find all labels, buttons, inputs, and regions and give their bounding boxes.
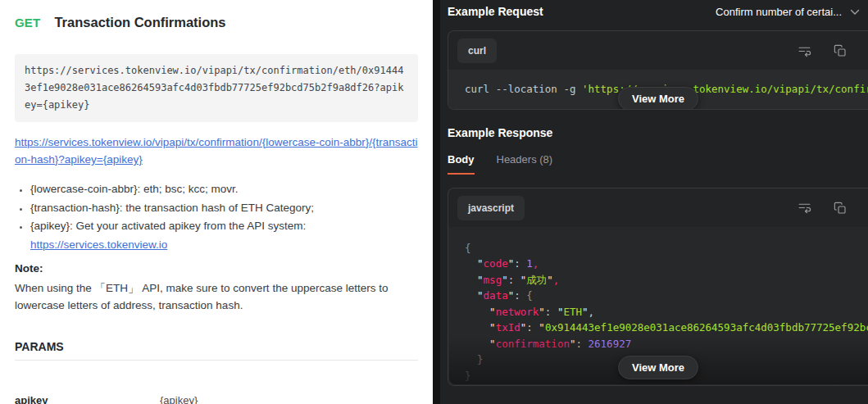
response-tabs: BodyHeaders (8)	[448, 153, 868, 175]
list-item: {transaction-hash}: the transaction hash…	[30, 199, 418, 218]
request-code-header: curl	[448, 31, 868, 70]
list-item: {apikey}: Get your activated apikey from…	[30, 217, 418, 254]
wrap-text-icon[interactable]	[798, 44, 811, 58]
list-item: {lowercase-coin-abbr}: eth; bsc; kcc; mo…	[30, 180, 418, 199]
tab-headers-8[interactable]: Headers (8)	[497, 153, 553, 175]
copy-icon[interactable]	[834, 44, 847, 57]
page-title: Transaction Confirmations	[54, 15, 225, 30]
request-url-block: https://services.tokenview.io/vipapi/tx/…	[15, 54, 418, 122]
response-code-block: javascript { "code": 1, "msg": "成功", "da…	[448, 188, 868, 386]
tab-body[interactable]: Body	[448, 153, 475, 175]
language-chip-javascript[interactable]: javascript	[457, 196, 525, 220]
chevron-down-icon	[850, 6, 860, 18]
language-chip-curl[interactable]: curl	[457, 39, 497, 63]
example-request-title: Example Request	[448, 5, 543, 18]
view-more-request-button[interactable]: View More	[618, 87, 698, 110]
params-table: apikey{apikey}	[0, 394, 433, 404]
example-response-title: Example Response	[448, 126, 868, 139]
note-block: Note: When using the 「ETH」 API, make sur…	[15, 260, 418, 315]
endpoint-selector-label: Confirm number of certai...	[716, 6, 842, 18]
note-text: When using the 「ETH」 API, make sure to c…	[15, 282, 388, 312]
param-value: {apikey}	[160, 394, 198, 404]
wrap-text-icon[interactable]	[798, 201, 811, 215]
endpoint-selector-dropdown[interactable]: Confirm number of certai...	[716, 6, 860, 18]
endpoint-header: GET Transaction Confirmations	[15, 15, 418, 30]
example-panel: Example Request Confirm number of certai…	[433, 0, 868, 404]
doc-panel: GET Transaction Confirmations https://se…	[0, 0, 433, 404]
request-code-block: curl curl --location -g 'https://service…	[448, 30, 868, 110]
endpoint-template-link[interactable]: https://services.tokenview.io/vipapi/tx/…	[15, 134, 418, 168]
example-request-header: Example Request Confirm number of certai…	[448, 0, 868, 18]
panel-divider	[433, 0, 440, 404]
param-row: apikey{apikey}	[15, 394, 418, 404]
param-name: apikey	[15, 394, 160, 404]
params-heading: PARAMS	[15, 340, 418, 361]
view-more-response-button[interactable]: View More	[618, 356, 698, 379]
copy-icon[interactable]	[834, 202, 847, 215]
http-method-badge: GET	[15, 16, 40, 30]
tokenview-link[interactable]: https://services.tokenview.io	[30, 238, 167, 251]
response-code-header: javascript	[448, 188, 868, 227]
bullet-list: {lowercase-coin-abbr}: eth; bsc; kcc; mo…	[16, 180, 418, 254]
note-label: Note:	[15, 260, 418, 278]
